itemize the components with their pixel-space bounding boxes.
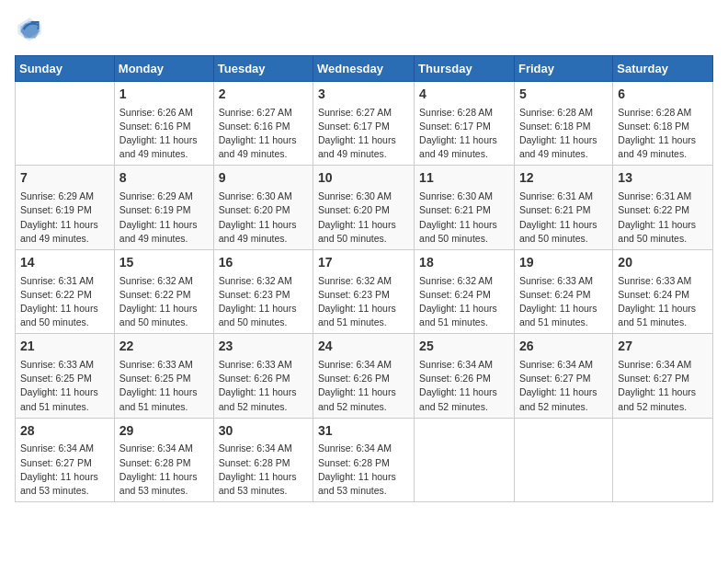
day-number: 12 bbox=[519, 169, 608, 188]
day-number: 5 bbox=[519, 86, 608, 104]
day-number: 22 bbox=[119, 338, 209, 356]
day-info: Sunrise: 6:33 AMSunset: 6:24 PMDaylight:… bbox=[618, 274, 708, 330]
day-number: 19 bbox=[519, 254, 608, 272]
calendar-cell: 6Sunrise: 6:28 AMSunset: 6:18 PMDaylight… bbox=[613, 82, 713, 166]
day-info: Sunrise: 6:30 AMSunset: 6:21 PMDaylight:… bbox=[419, 190, 509, 246]
day-info: Sunrise: 6:33 AMSunset: 6:26 PMDaylight:… bbox=[219, 358, 308, 414]
logo bbox=[15, 15, 48, 44]
calendar-cell: 2Sunrise: 6:27 AMSunset: 6:16 PMDaylight… bbox=[213, 82, 313, 166]
day-header-tuesday: Tuesday bbox=[213, 56, 313, 82]
day-info: Sunrise: 6:32 AMSunset: 6:23 PMDaylight:… bbox=[219, 274, 308, 330]
day-number: 30 bbox=[219, 422, 308, 441]
calendar-cell: 18Sunrise: 6:32 AMSunset: 6:24 PMDayligh… bbox=[415, 249, 515, 333]
calendar-cell: 23Sunrise: 6:33 AMSunset: 6:26 PMDayligh… bbox=[213, 334, 313, 418]
day-info: Sunrise: 6:28 AMSunset: 6:18 PMDaylight:… bbox=[519, 106, 608, 162]
day-header-friday: Friday bbox=[514, 56, 612, 82]
calendar-cell: 25Sunrise: 6:34 AMSunset: 6:26 PMDayligh… bbox=[415, 334, 515, 418]
calendar-cell: 15Sunrise: 6:32 AMSunset: 6:22 PMDayligh… bbox=[114, 249, 213, 333]
calendar-cell: 29Sunrise: 6:34 AMSunset: 6:28 PMDayligh… bbox=[114, 418, 213, 501]
calendar-cell: 24Sunrise: 6:34 AMSunset: 6:26 PMDayligh… bbox=[313, 334, 415, 418]
day-number: 7 bbox=[20, 169, 109, 188]
day-number: 11 bbox=[419, 169, 509, 188]
day-info: Sunrise: 6:34 AMSunset: 6:28 PMDaylight:… bbox=[318, 442, 409, 498]
day-info: Sunrise: 6:32 AMSunset: 6:22 PMDaylight:… bbox=[119, 274, 209, 330]
calendar-cell: 20Sunrise: 6:33 AMSunset: 6:24 PMDayligh… bbox=[613, 249, 713, 333]
calendar-cell: 17Sunrise: 6:32 AMSunset: 6:23 PMDayligh… bbox=[313, 249, 415, 333]
calendar-cell: 21Sunrise: 6:33 AMSunset: 6:25 PMDayligh… bbox=[16, 334, 115, 418]
day-info: Sunrise: 6:26 AMSunset: 6:16 PMDaylight:… bbox=[119, 106, 209, 162]
day-info: Sunrise: 6:34 AMSunset: 6:26 PMDaylight:… bbox=[318, 358, 409, 414]
day-info: Sunrise: 6:29 AMSunset: 6:19 PMDaylight:… bbox=[20, 190, 109, 246]
calendar-cell: 5Sunrise: 6:28 AMSunset: 6:18 PMDaylight… bbox=[514, 82, 612, 166]
calendar-cell: 8Sunrise: 6:29 AMSunset: 6:19 PMDaylight… bbox=[114, 166, 213, 249]
day-header-monday: Monday bbox=[114, 56, 213, 82]
day-info: Sunrise: 6:34 AMSunset: 6:28 PMDaylight:… bbox=[119, 442, 209, 498]
calendar-cell: 31Sunrise: 6:34 AMSunset: 6:28 PMDayligh… bbox=[313, 418, 415, 501]
day-info: Sunrise: 6:28 AMSunset: 6:18 PMDaylight:… bbox=[618, 106, 708, 162]
calendar-cell: 27Sunrise: 6:34 AMSunset: 6:27 PMDayligh… bbox=[613, 334, 713, 418]
calendar-cell: 3Sunrise: 6:27 AMSunset: 6:17 PMDaylight… bbox=[313, 82, 415, 166]
calendar-cell: 14Sunrise: 6:31 AMSunset: 6:22 PMDayligh… bbox=[16, 249, 115, 333]
day-header-thursday: Thursday bbox=[415, 56, 515, 82]
day-info: Sunrise: 6:31 AMSunset: 6:21 PMDaylight:… bbox=[519, 190, 608, 246]
day-info: Sunrise: 6:34 AMSunset: 6:27 PMDaylight:… bbox=[519, 358, 608, 414]
calendar-cell bbox=[415, 418, 515, 501]
day-number: 28 bbox=[20, 422, 109, 441]
day-number: 2 bbox=[219, 86, 308, 104]
calendar-cell: 13Sunrise: 6:31 AMSunset: 6:22 PMDayligh… bbox=[613, 166, 713, 249]
day-number: 8 bbox=[119, 169, 209, 188]
calendar-cell bbox=[613, 418, 713, 501]
calendar-week-3: 14Sunrise: 6:31 AMSunset: 6:22 PMDayligh… bbox=[16, 249, 713, 333]
day-number: 14 bbox=[20, 254, 109, 272]
calendar-cell: 11Sunrise: 6:30 AMSunset: 6:21 PMDayligh… bbox=[415, 166, 515, 249]
day-info: Sunrise: 6:27 AMSunset: 6:17 PMDaylight:… bbox=[318, 106, 409, 162]
day-info: Sunrise: 6:34 AMSunset: 6:27 PMDaylight:… bbox=[20, 442, 109, 498]
day-number: 18 bbox=[419, 254, 509, 272]
calendar-cell: 9Sunrise: 6:30 AMSunset: 6:20 PMDaylight… bbox=[213, 166, 313, 249]
day-info: Sunrise: 6:32 AMSunset: 6:24 PMDaylight:… bbox=[419, 274, 509, 330]
calendar-table: SundayMondayTuesdayWednesdayThursdayFrid… bbox=[15, 55, 713, 502]
day-number: 4 bbox=[419, 86, 509, 104]
calendar-cell bbox=[16, 82, 115, 166]
day-number: 26 bbox=[519, 338, 608, 356]
day-number: 16 bbox=[219, 254, 308, 272]
day-info: Sunrise: 6:34 AMSunset: 6:27 PMDaylight:… bbox=[618, 358, 708, 414]
day-number: 13 bbox=[618, 169, 708, 188]
day-info: Sunrise: 6:29 AMSunset: 6:19 PMDaylight:… bbox=[119, 190, 209, 246]
day-number: 31 bbox=[318, 422, 409, 441]
calendar-week-5: 28Sunrise: 6:34 AMSunset: 6:27 PMDayligh… bbox=[16, 418, 713, 501]
day-number: 25 bbox=[419, 338, 509, 356]
day-number: 24 bbox=[318, 338, 409, 356]
day-number: 17 bbox=[318, 254, 409, 272]
page-header bbox=[15, 15, 713, 44]
day-number: 1 bbox=[119, 86, 209, 104]
calendar-week-1: 1Sunrise: 6:26 AMSunset: 6:16 PMDaylight… bbox=[16, 82, 713, 166]
calendar-cell: 12Sunrise: 6:31 AMSunset: 6:21 PMDayligh… bbox=[514, 166, 612, 249]
day-info: Sunrise: 6:34 AMSunset: 6:28 PMDaylight:… bbox=[219, 442, 308, 498]
day-header-sunday: Sunday bbox=[16, 56, 115, 82]
day-info: Sunrise: 6:28 AMSunset: 6:17 PMDaylight:… bbox=[419, 106, 509, 162]
day-info: Sunrise: 6:30 AMSunset: 6:20 PMDaylight:… bbox=[318, 190, 409, 246]
calendar-cell: 28Sunrise: 6:34 AMSunset: 6:27 PMDayligh… bbox=[16, 418, 115, 501]
day-number: 27 bbox=[618, 338, 708, 356]
day-number: 3 bbox=[318, 86, 409, 104]
day-header-saturday: Saturday bbox=[613, 56, 713, 82]
day-number: 29 bbox=[119, 422, 209, 441]
calendar-cell: 30Sunrise: 6:34 AMSunset: 6:28 PMDayligh… bbox=[213, 418, 313, 501]
day-number: 21 bbox=[20, 338, 109, 356]
calendar-cell: 4Sunrise: 6:28 AMSunset: 6:17 PMDaylight… bbox=[415, 82, 515, 166]
calendar-cell: 26Sunrise: 6:34 AMSunset: 6:27 PMDayligh… bbox=[514, 334, 612, 418]
day-info: Sunrise: 6:30 AMSunset: 6:20 PMDaylight:… bbox=[219, 190, 308, 246]
day-info: Sunrise: 6:33 AMSunset: 6:24 PMDaylight:… bbox=[519, 274, 608, 330]
day-number: 23 bbox=[219, 338, 308, 356]
calendar-cell: 16Sunrise: 6:32 AMSunset: 6:23 PMDayligh… bbox=[213, 249, 313, 333]
calendar-cell: 19Sunrise: 6:33 AMSunset: 6:24 PMDayligh… bbox=[514, 249, 612, 333]
day-info: Sunrise: 6:31 AMSunset: 6:22 PMDaylight:… bbox=[618, 190, 708, 246]
day-info: Sunrise: 6:33 AMSunset: 6:25 PMDaylight:… bbox=[119, 358, 209, 414]
calendar-week-2: 7Sunrise: 6:29 AMSunset: 6:19 PMDaylight… bbox=[16, 166, 713, 249]
logo-icon bbox=[15, 15, 44, 44]
day-number: 6 bbox=[618, 86, 708, 104]
calendar-cell: 7Sunrise: 6:29 AMSunset: 6:19 PMDaylight… bbox=[16, 166, 115, 249]
day-number: 20 bbox=[618, 254, 708, 272]
day-info: Sunrise: 6:31 AMSunset: 6:22 PMDaylight:… bbox=[20, 274, 109, 330]
